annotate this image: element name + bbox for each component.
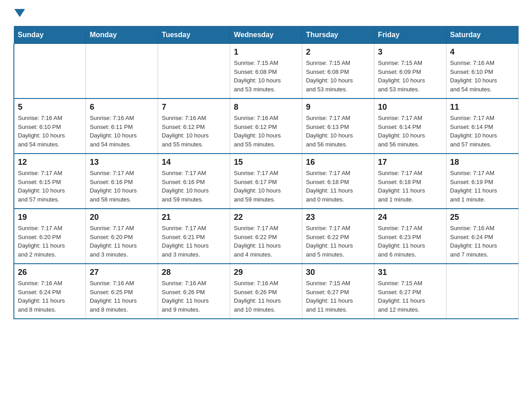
day-info: Sunrise: 7:17 AMSunset: 6:22 PMDaylight:… (306, 224, 370, 259)
calendar-cell: 26Sunrise: 7:16 AMSunset: 6:24 PMDayligh… (14, 264, 86, 319)
day-info: Sunrise: 7:17 AMSunset: 6:23 PMDaylight:… (378, 224, 442, 259)
calendar-cell: 3Sunrise: 7:15 AMSunset: 6:09 PMDaylight… (374, 44, 446, 99)
calendar-cell: 7Sunrise: 7:16 AMSunset: 6:12 PMDaylight… (158, 98, 230, 154)
day-number: 19 (18, 213, 82, 222)
calendar-cell: 2Sunrise: 7:15 AMSunset: 6:08 PMDaylight… (302, 44, 374, 99)
day-number: 31 (378, 268, 442, 277)
weekday-header-thursday: Thursday (302, 26, 374, 44)
day-number: 25 (450, 213, 515, 222)
day-number: 20 (90, 213, 154, 222)
calendar-cell: 8Sunrise: 7:16 AMSunset: 6:12 PMDaylight… (230, 98, 302, 154)
day-number: 30 (306, 268, 370, 277)
page-header (13, 9, 519, 17)
calendar-cell: 12Sunrise: 7:17 AMSunset: 6:15 PMDayligh… (14, 154, 86, 209)
calendar-cell: 1Sunrise: 7:15 AMSunset: 6:08 PMDaylight… (230, 44, 302, 99)
day-number: 10 (378, 103, 442, 112)
day-info: Sunrise: 7:17 AMSunset: 6:21 PMDaylight:… (162, 224, 226, 259)
day-info: Sunrise: 7:17 AMSunset: 6:13 PMDaylight:… (306, 114, 370, 149)
day-number: 26 (18, 268, 82, 277)
day-info: Sunrise: 7:16 AMSunset: 6:10 PMDaylight:… (450, 59, 515, 94)
calendar-cell: 21Sunrise: 7:17 AMSunset: 6:21 PMDayligh… (158, 209, 230, 264)
calendar-cell: 10Sunrise: 7:17 AMSunset: 6:14 PMDayligh… (374, 98, 446, 154)
weekday-header-tuesday: Tuesday (158, 26, 230, 44)
day-info: Sunrise: 7:17 AMSunset: 6:14 PMDaylight:… (378, 114, 442, 149)
day-number: 2 (306, 47, 370, 57)
day-number: 18 (450, 158, 515, 167)
day-number: 29 (234, 268, 298, 277)
day-number: 24 (378, 213, 442, 222)
calendar-week-row: 19Sunrise: 7:17 AMSunset: 6:20 PMDayligh… (14, 209, 519, 264)
day-number: 13 (90, 158, 154, 167)
calendar-cell: 9Sunrise: 7:17 AMSunset: 6:13 PMDaylight… (302, 98, 374, 154)
calendar-cell (14, 44, 86, 99)
day-info: Sunrise: 7:17 AMSunset: 6:20 PMDaylight:… (90, 224, 154, 259)
calendar-cell: 29Sunrise: 7:16 AMSunset: 6:26 PMDayligh… (230, 264, 302, 319)
calendar-cell: 30Sunrise: 7:15 AMSunset: 6:27 PMDayligh… (302, 264, 374, 319)
day-number: 15 (234, 158, 298, 167)
logo-triangle-icon (14, 9, 25, 17)
day-number: 22 (234, 213, 298, 222)
calendar-cell: 20Sunrise: 7:17 AMSunset: 6:20 PMDayligh… (86, 209, 158, 264)
calendar-cell: 28Sunrise: 7:16 AMSunset: 6:26 PMDayligh… (158, 264, 230, 319)
day-number: 7 (162, 103, 226, 112)
weekday-header-wednesday: Wednesday (230, 26, 302, 44)
calendar-cell: 18Sunrise: 7:17 AMSunset: 6:19 PMDayligh… (446, 154, 519, 209)
calendar-cell: 4Sunrise: 7:16 AMSunset: 6:10 PMDaylight… (446, 44, 519, 99)
day-info: Sunrise: 7:16 AMSunset: 6:25 PMDaylight:… (90, 279, 154, 314)
day-info: Sunrise: 7:17 AMSunset: 6:16 PMDaylight:… (162, 169, 226, 204)
day-info: Sunrise: 7:17 AMSunset: 6:15 PMDaylight:… (18, 169, 82, 204)
weekday-header-sunday: Sunday (14, 26, 86, 44)
calendar-header-row: SundayMondayTuesdayWednesdayThursdayFrid… (14, 26, 519, 44)
calendar-cell: 13Sunrise: 7:17 AMSunset: 6:16 PMDayligh… (86, 154, 158, 209)
day-number: 27 (90, 268, 154, 277)
calendar-cell: 15Sunrise: 7:17 AMSunset: 6:17 PMDayligh… (230, 154, 302, 209)
day-info: Sunrise: 7:15 AMSunset: 6:08 PMDaylight:… (306, 59, 370, 94)
calendar-week-row: 5Sunrise: 7:16 AMSunset: 6:10 PMDaylight… (14, 98, 519, 154)
calendar-cell (446, 264, 519, 319)
calendar-cell: 17Sunrise: 7:17 AMSunset: 6:18 PMDayligh… (374, 154, 446, 209)
day-number: 8 (234, 103, 298, 112)
weekday-header-saturday: Saturday (446, 26, 519, 44)
calendar-cell: 5Sunrise: 7:16 AMSunset: 6:10 PMDaylight… (14, 98, 86, 154)
day-number: 16 (306, 158, 370, 167)
day-info: Sunrise: 7:16 AMSunset: 6:26 PMDaylight:… (162, 279, 226, 314)
calendar-cell: 31Sunrise: 7:15 AMSunset: 6:27 PMDayligh… (374, 264, 446, 319)
day-info: Sunrise: 7:17 AMSunset: 6:14 PMDaylight:… (450, 114, 515, 149)
day-info: Sunrise: 7:16 AMSunset: 6:12 PMDaylight:… (162, 114, 226, 149)
day-number: 1 (234, 47, 298, 57)
day-info: Sunrise: 7:15 AMSunset: 6:27 PMDaylight:… (306, 279, 370, 314)
day-number: 5 (18, 103, 82, 112)
day-number: 9 (306, 103, 370, 112)
day-info: Sunrise: 7:16 AMSunset: 6:24 PMDaylight:… (450, 224, 515, 259)
day-number: 14 (162, 158, 226, 167)
day-info: Sunrise: 7:17 AMSunset: 6:18 PMDaylight:… (378, 169, 442, 204)
day-number: 3 (378, 47, 442, 57)
day-info: Sunrise: 7:16 AMSunset: 6:11 PMDaylight:… (90, 114, 154, 149)
calendar-cell (158, 44, 230, 99)
calendar-cell: 25Sunrise: 7:16 AMSunset: 6:24 PMDayligh… (446, 209, 519, 264)
calendar-week-row: 1Sunrise: 7:15 AMSunset: 6:08 PMDaylight… (14, 44, 519, 99)
calendar-week-row: 26Sunrise: 7:16 AMSunset: 6:24 PMDayligh… (14, 264, 519, 319)
day-info: Sunrise: 7:17 AMSunset: 6:16 PMDaylight:… (90, 169, 154, 204)
day-info: Sunrise: 7:15 AMSunset: 6:09 PMDaylight:… (378, 59, 442, 94)
logo (13, 9, 26, 17)
day-number: 6 (90, 103, 154, 112)
day-info: Sunrise: 7:17 AMSunset: 6:18 PMDaylight:… (306, 169, 370, 204)
weekday-header-friday: Friday (374, 26, 446, 44)
calendar-cell: 27Sunrise: 7:16 AMSunset: 6:25 PMDayligh… (86, 264, 158, 319)
weekday-header-monday: Monday (86, 26, 158, 44)
day-number: 12 (18, 158, 82, 167)
calendar-cell: 23Sunrise: 7:17 AMSunset: 6:22 PMDayligh… (302, 209, 374, 264)
day-number: 28 (162, 268, 226, 277)
day-info: Sunrise: 7:16 AMSunset: 6:26 PMDaylight:… (234, 279, 298, 314)
day-info: Sunrise: 7:17 AMSunset: 6:22 PMDaylight:… (234, 224, 298, 259)
calendar-cell: 22Sunrise: 7:17 AMSunset: 6:22 PMDayligh… (230, 209, 302, 264)
day-number: 21 (162, 213, 226, 222)
calendar-table: SundayMondayTuesdayWednesdayThursdayFrid… (13, 26, 519, 319)
day-info: Sunrise: 7:17 AMSunset: 6:17 PMDaylight:… (234, 169, 298, 204)
day-info: Sunrise: 7:17 AMSunset: 6:20 PMDaylight:… (18, 224, 82, 259)
day-info: Sunrise: 7:16 AMSunset: 6:12 PMDaylight:… (234, 114, 298, 149)
day-number: 23 (306, 213, 370, 222)
calendar-cell (86, 44, 158, 99)
day-number: 11 (450, 103, 515, 112)
